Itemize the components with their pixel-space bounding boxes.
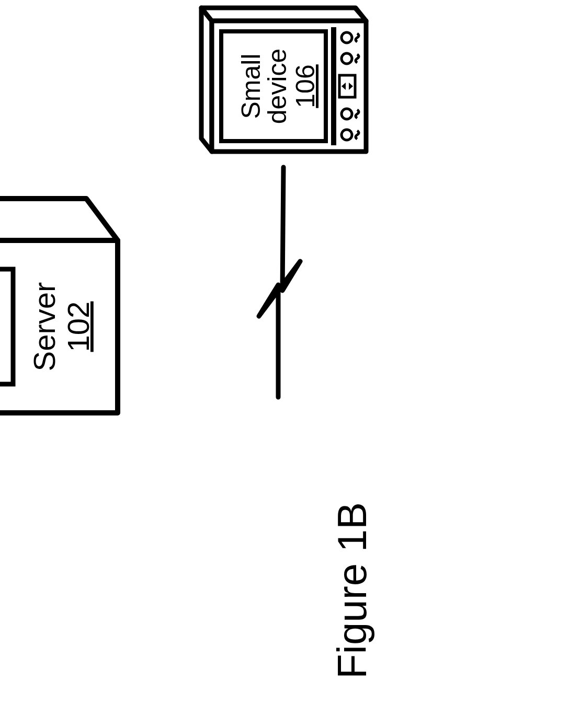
svg-point-22 bbox=[342, 32, 352, 43]
svg-point-20 bbox=[342, 109, 352, 119]
device-line1: Small bbox=[236, 53, 266, 119]
server-tower: Server 102 bbox=[0, 199, 118, 413]
server-ref: 102 bbox=[61, 302, 95, 352]
drive-bays bbox=[0, 269, 13, 384]
diagram-canvas: Server 102 Small device 106 bbox=[0, 0, 569, 728]
wireless-link bbox=[259, 167, 300, 397]
svg-point-21 bbox=[342, 53, 352, 64]
svg-rect-13 bbox=[0, 269, 13, 384]
device-line2: device bbox=[263, 49, 292, 124]
svg-point-19 bbox=[342, 130, 352, 140]
svg-marker-0 bbox=[0, 199, 118, 240]
small-device: Small device 106 bbox=[201, 8, 366, 152]
svg-rect-18 bbox=[331, 27, 336, 145]
server-label: Server bbox=[27, 282, 61, 372]
device-ref: 106 bbox=[291, 64, 320, 108]
figure-caption: Figure 1B bbox=[329, 502, 375, 679]
